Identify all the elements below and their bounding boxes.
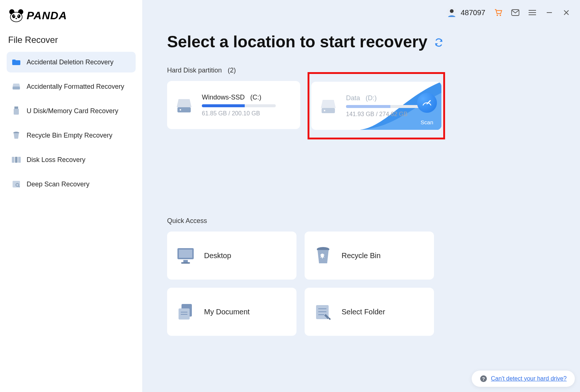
svg-rect-31 bbox=[322, 108, 335, 113]
hdd-icon bbox=[175, 96, 193, 114]
partition-card-c[interactable]: Windows-SSD (C:) 61.85 GB / 200.10 GB bbox=[167, 81, 300, 129]
partition-info: Data (D:) 141.93 GB / 274.62 GB bbox=[346, 94, 420, 118]
partition-title: Data (D:) bbox=[346, 94, 420, 102]
svg-rect-8 bbox=[13, 87, 20, 89]
quick-access-row: Desktop Recycle Bin My Document bbox=[167, 232, 556, 336]
partition-size: 141.93 GB / 274.62 GB bbox=[346, 111, 420, 118]
trash-big-icon bbox=[313, 246, 333, 265]
svg-point-5 bbox=[14, 16, 14, 16]
qa-card-recycle-bin[interactable]: Recycle Bin bbox=[305, 232, 434, 280]
qa-label: Desktop bbox=[204, 251, 231, 260]
cart-icon[interactable] bbox=[494, 9, 502, 17]
svg-point-19 bbox=[450, 9, 454, 13]
main: 487097 Select a location to start recove… bbox=[143, 0, 580, 392]
folder-icon bbox=[12, 58, 21, 67]
partition-icon bbox=[12, 155, 21, 164]
partition-letter: (C:) bbox=[250, 94, 261, 101]
usb-icon bbox=[12, 107, 21, 115]
partition-letter: (D:) bbox=[366, 94, 377, 102]
usage-bar bbox=[346, 105, 420, 108]
drive-icon bbox=[12, 82, 21, 91]
panda-icon bbox=[9, 9, 24, 22]
logo: PANDA bbox=[7, 6, 136, 30]
brand-text: PANDA bbox=[27, 9, 67, 22]
sidebar-section-title: File Recover bbox=[7, 30, 136, 52]
partition-name: Data bbox=[346, 94, 360, 102]
sidebar-item-label: Accidental Deletion Recovery bbox=[27, 58, 113, 66]
user-id: 487097 bbox=[461, 9, 485, 17]
svg-rect-37 bbox=[181, 262, 190, 264]
svg-point-30 bbox=[180, 109, 181, 111]
scan-icon bbox=[12, 180, 21, 189]
hdd-count: (2) bbox=[228, 67, 236, 74]
sidebar-item-formatted[interactable]: Accidentally Formatted Recovery bbox=[7, 76, 136, 97]
page-title: Select a location to start recovery bbox=[167, 33, 556, 51]
quick-access-title: Quick Access bbox=[167, 217, 556, 225]
quick-access-section: Quick Access Desktop Recycle Bin bbox=[167, 217, 556, 336]
qa-label: My Document bbox=[204, 308, 250, 316]
refresh-icon[interactable] bbox=[434, 33, 444, 51]
help-link-text: Can't detect your hard drive? bbox=[491, 375, 567, 382]
user-box[interactable]: 487097 bbox=[447, 7, 485, 18]
sidebar-item-label: Disk Loss Recovery bbox=[27, 156, 85, 164]
svg-rect-35 bbox=[179, 250, 192, 258]
trash-icon bbox=[12, 131, 21, 140]
gauge-icon bbox=[421, 97, 433, 108]
help-icon: ? bbox=[480, 375, 487, 382]
sidebar-item-label: Deep Scan Recovery bbox=[27, 180, 89, 188]
svg-text:?: ? bbox=[482, 376, 485, 382]
qa-label: Select Folder bbox=[342, 308, 385, 316]
svg-rect-14 bbox=[18, 157, 21, 163]
docs-icon bbox=[176, 302, 195, 321]
sidebar-item-label: U Disk/Memory Card Recovery bbox=[27, 107, 118, 115]
sidebar-item-label: Accidentally Formatted Recovery bbox=[27, 83, 124, 91]
hdd-icon bbox=[319, 97, 337, 115]
sidebar-item-disk-loss[interactable]: Disk Loss Recovery bbox=[7, 149, 136, 170]
svg-rect-9 bbox=[14, 107, 18, 109]
page-title-text: Select a location to start recovery bbox=[167, 33, 427, 51]
size-total: 200.10 GB bbox=[232, 110, 260, 116]
partition-info: Windows-SSD (C:) 61.85 GB / 200.10 GB bbox=[202, 94, 276, 117]
sidebar-item-deep-scan[interactable]: Deep Scan Recovery bbox=[7, 174, 136, 195]
svg-point-21 bbox=[500, 15, 501, 16]
mail-icon[interactable] bbox=[511, 9, 519, 17]
close-icon[interactable] bbox=[562, 9, 570, 17]
help-link[interactable]: ? Can't detect your hard drive? bbox=[472, 371, 575, 387]
qa-label: Recycle Bin bbox=[342, 251, 381, 260]
svg-point-20 bbox=[496, 15, 498, 16]
size-used: 141.93 GB bbox=[346, 111, 374, 117]
scan-button[interactable] bbox=[417, 93, 437, 113]
svg-rect-10 bbox=[14, 109, 19, 115]
partition-card-d-highlighted[interactable]: Data (D:) 141.93 GB / 274.62 GB bbox=[308, 72, 445, 139]
qa-card-desktop[interactable]: Desktop bbox=[167, 232, 296, 280]
svg-rect-12 bbox=[12, 157, 14, 163]
scan-label: Scan bbox=[421, 119, 433, 125]
qa-card-select-folder[interactable]: Select Folder bbox=[305, 288, 434, 336]
menu-icon[interactable] bbox=[528, 9, 536, 17]
avatar-icon bbox=[447, 7, 457, 18]
svg-rect-29 bbox=[177, 107, 191, 112]
minimize-icon[interactable] bbox=[545, 9, 553, 17]
partition-name: Windows-SSD bbox=[202, 94, 245, 101]
svg-point-7 bbox=[16, 18, 17, 19]
monitor-icon bbox=[176, 246, 195, 265]
sidebar: PANDA File Recover Accidental Deletion R… bbox=[0, 0, 143, 392]
partition-size: 61.85 GB / 200.10 GB bbox=[202, 110, 276, 117]
svg-rect-36 bbox=[183, 260, 188, 262]
hdd-section-label: Hard Disk partition bbox=[167, 67, 222, 74]
svg-rect-13 bbox=[15, 157, 18, 163]
qa-card-my-document[interactable]: My Document bbox=[167, 288, 296, 336]
partition-title: Windows-SSD (C:) bbox=[202, 94, 276, 101]
partition-card-d[interactable]: Data (D:) 141.93 GB / 274.62 GB bbox=[311, 82, 441, 130]
content: Select a location to start recovery Hard… bbox=[143, 25, 580, 351]
sidebar-item-label: Recycle Bin Empty Recovery bbox=[27, 132, 112, 139]
svg-point-6 bbox=[18, 16, 19, 16]
nav-list: Accidental Deletion Recovery Accidentall… bbox=[7, 52, 136, 195]
svg-point-32 bbox=[324, 110, 325, 111]
svg-point-2 bbox=[10, 12, 22, 22]
sidebar-item-accidental-deletion[interactable]: Accidental Deletion Recovery bbox=[7, 52, 136, 72]
folder-edit-icon bbox=[313, 302, 333, 321]
sidebar-item-recycle-bin[interactable]: Recycle Bin Empty Recovery bbox=[7, 125, 136, 146]
sidebar-item-usb[interactable]: U Disk/Memory Card Recovery bbox=[7, 101, 136, 121]
size-used: 61.85 GB bbox=[202, 110, 227, 116]
